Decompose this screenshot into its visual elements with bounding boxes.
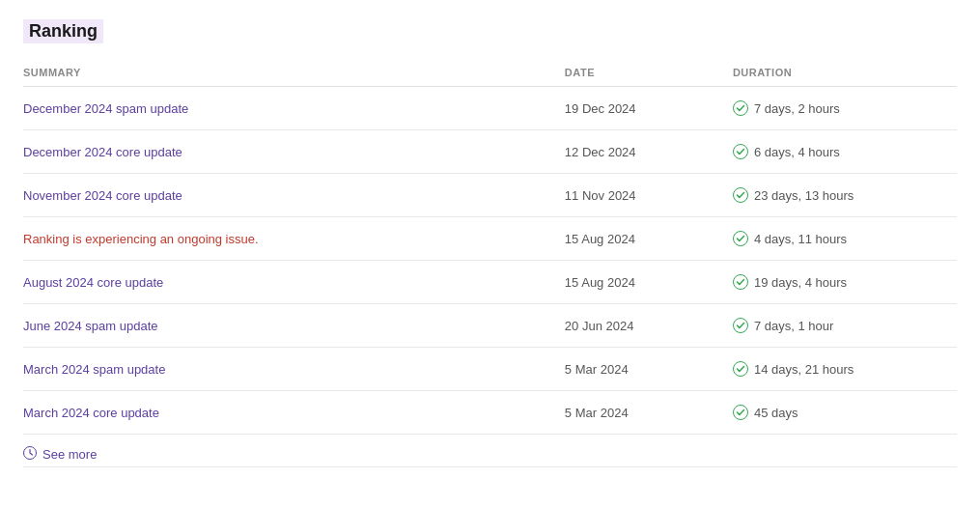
col-header-summary: SUMMARY	[23, 59, 565, 87]
table-row: Ranking is experiencing an ongoing issue…	[23, 217, 957, 261]
check-icon-4	[733, 274, 748, 290]
check-icon-7	[733, 405, 748, 420]
check-icon-6	[733, 361, 748, 377]
see-more-button[interactable]: See more	[23, 446, 97, 463]
duration-text-5: 7 days, 1 hour	[754, 319, 833, 333]
duration-text-0: 7 days, 2 hours	[754, 101, 840, 116]
summary-link-5[interactable]: June 2024 spam update	[23, 319, 158, 333]
summary-link-2[interactable]: November 2024 core update	[23, 188, 182, 203]
date-cell-1: 12 Dec 2024	[565, 130, 733, 174]
see-more-row: See more	[23, 435, 957, 467]
date-cell-6: 5 Mar 2024	[565, 348, 733, 391]
summary-link-4[interactable]: August 2024 core update	[23, 275, 163, 290]
check-icon-1	[733, 144, 748, 159]
check-icon-3	[733, 231, 748, 246]
table-row: June 2024 spam update20 Jun 2024 7 days,…	[23, 304, 957, 348]
duration-cell-0: 7 days, 2 hours	[733, 87, 957, 130]
duration-cell-1: 6 days, 4 hours	[733, 130, 957, 174]
duration-text-2: 23 days, 13 hours	[754, 188, 854, 203]
check-icon-2	[733, 187, 748, 203]
table-row: March 2024 core update5 Mar 2024 45 days	[23, 391, 957, 435]
svg-point-2	[733, 188, 747, 203]
summary-link-1[interactable]: December 2024 core update	[23, 145, 182, 159]
svg-point-1	[733, 145, 747, 159]
table-row: December 2024 core update12 Dec 2024 6 d…	[23, 130, 957, 174]
date-cell-5: 20 Jun 2024	[565, 304, 733, 348]
duration-text-1: 6 days, 4 hours	[754, 145, 840, 159]
svg-point-3	[733, 232, 747, 246]
duration-text-3: 4 days, 11 hours	[754, 232, 847, 246]
duration-cell-2: 23 days, 13 hours	[733, 174, 957, 217]
table-row: August 2024 core update15 Aug 2024 19 da…	[23, 261, 957, 304]
duration-text-7: 45 days	[754, 406, 798, 420]
clock-icon	[23, 446, 37, 463]
table-row: December 2024 spam update19 Dec 2024 7 d…	[23, 87, 957, 130]
svg-point-0	[733, 101, 747, 116]
svg-point-7	[733, 406, 747, 420]
duration-cell-7: 45 days	[733, 391, 957, 435]
date-cell-0: 19 Dec 2024	[565, 87, 733, 130]
date-cell-7: 5 Mar 2024	[565, 391, 733, 435]
ranking-table: SUMMARY DATE DURATION December 2024 spam…	[23, 59, 957, 467]
duration-text-4: 19 days, 4 hours	[754, 275, 847, 290]
summary-link-6[interactable]: March 2024 spam update	[23, 362, 165, 377]
date-cell-2: 11 Nov 2024	[565, 174, 733, 217]
duration-text-6: 14 days, 21 hours	[754, 362, 854, 377]
see-more-label: See more	[42, 447, 97, 462]
duration-cell-5: 7 days, 1 hour	[733, 304, 957, 348]
check-icon-5	[733, 318, 748, 333]
table-row: March 2024 spam update5 Mar 2024 14 days…	[23, 348, 957, 391]
svg-point-6	[733, 362, 747, 377]
date-cell-4: 15 Aug 2024	[565, 261, 733, 304]
svg-point-4	[733, 275, 747, 290]
table-row: November 2024 core update11 Nov 2024 23 …	[23, 174, 957, 217]
summary-link-3[interactable]: Ranking is experiencing an ongoing issue…	[23, 232, 259, 246]
duration-cell-3: 4 days, 11 hours	[733, 217, 957, 261]
summary-link-7[interactable]: March 2024 core update	[23, 406, 159, 420]
duration-cell-6: 14 days, 21 hours	[733, 348, 957, 391]
summary-link-0[interactable]: December 2024 spam update	[23, 101, 188, 116]
duration-cell-4: 19 days, 4 hours	[733, 261, 957, 304]
col-header-duration: DURATION	[733, 59, 957, 87]
svg-point-5	[733, 319, 747, 333]
page-title: Ranking	[23, 19, 103, 43]
check-icon-0	[733, 100, 748, 116]
date-cell-3: 15 Aug 2024	[565, 217, 733, 261]
col-header-date: DATE	[565, 59, 733, 87]
